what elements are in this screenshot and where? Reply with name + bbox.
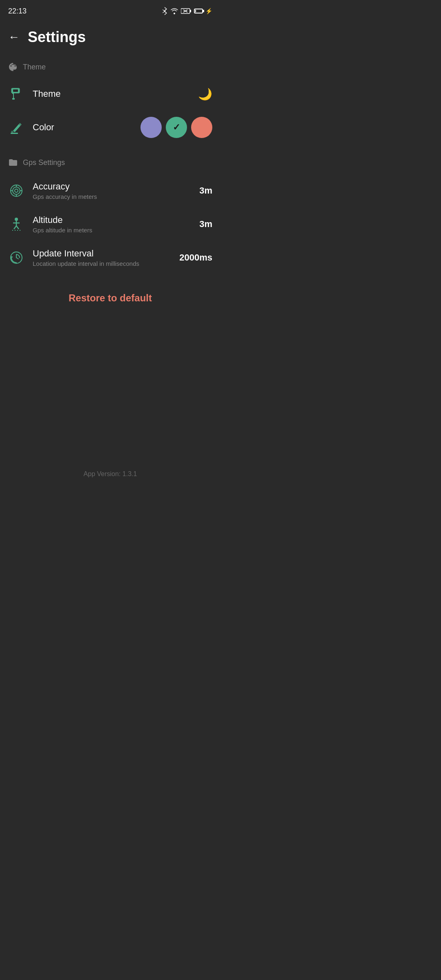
theme-item-title: Theme [33, 89, 190, 99]
accuracy-setting-item[interactable]: Accuracy Gps accuracy in meters 3m [0, 174, 220, 207]
back-button[interactable]: ← [8, 31, 20, 44]
svg-line-32 [16, 258, 18, 259]
color-item-icon [8, 119, 24, 136]
section-divider [0, 145, 220, 154]
theme-setting-item[interactable]: Theme 🌙 [0, 78, 220, 109]
dark-mode-icon: 🌙 [198, 87, 212, 101]
status-icons: ⚡ [161, 7, 212, 15]
svg-rect-1 [190, 10, 191, 12]
color-setting-item[interactable]: Color ✓ [0, 109, 220, 145]
svg-point-21 [15, 218, 18, 221]
color-item-text: Color [33, 122, 132, 133]
theme-section-header: Theme [0, 58, 220, 78]
altitude-item-icon [8, 216, 24, 232]
accuracy-item-text: Accuracy Gps accuracy in meters [33, 181, 191, 200]
altitude-item-text: Altitude Gps altitude in meters [33, 215, 191, 234]
svg-rect-13 [11, 133, 18, 134]
color-circle-purple[interactable] [140, 117, 162, 138]
folder-icon [8, 158, 18, 167]
checkmark-icon: ✓ [173, 122, 180, 133]
update-interval-item-title: Update Interval [33, 248, 171, 259]
svg-rect-8 [13, 94, 14, 98]
battery-x-icon [181, 8, 192, 14]
update-interval-item-text: Update Interval Location update interval… [33, 248, 171, 267]
color-circles[interactable]: ✓ [140, 117, 212, 138]
gps-section-label: Gps Settings [23, 158, 65, 167]
svg-rect-9 [12, 98, 15, 100]
accuracy-item-title: Accuracy [33, 181, 191, 192]
svg-point-15 [13, 187, 20, 194]
color-item-title: Color [33, 122, 132, 133]
wifi-icon [170, 8, 178, 14]
bottom-divider [0, 274, 220, 283]
svg-point-16 [15, 189, 18, 192]
svg-line-25 [16, 226, 19, 229]
svg-marker-10 [13, 124, 20, 132]
palette-icon [8, 62, 18, 72]
status-time: 22:13 [8, 7, 27, 16]
theme-section-label: Theme [23, 63, 46, 71]
theme-item-text: Theme [33, 89, 190, 99]
svg-rect-6 [13, 89, 18, 92]
update-interval-item-subtitle: Location update interval in milliseconds [33, 260, 171, 267]
accuracy-item-icon [8, 183, 24, 199]
restore-default-button[interactable]: Restore to default [0, 283, 220, 314]
svg-rect-7 [12, 93, 14, 94]
status-bar: 22:13 ⚡ [0, 0, 220, 20]
update-interval-setting-item[interactable]: Update Interval Location update interval… [0, 241, 220, 274]
altitude-setting-item[interactable]: Altitude Gps altitude in meters 3m [0, 207, 220, 241]
app-version: App Version: 1.3.1 [0, 470, 220, 478]
altitude-item-subtitle: Gps altitude in meters [33, 227, 191, 234]
bluetooth-icon [161, 7, 168, 15]
color-circle-coral[interactable] [191, 117, 212, 138]
charging-icon: ⚡ [205, 8, 212, 14]
accuracy-value: 3m [199, 185, 212, 196]
battery-indicator [194, 9, 203, 13]
settings-header: ← Settings [0, 20, 220, 58]
altitude-item-title: Altitude [33, 215, 191, 225]
color-circle-green[interactable]: ✓ [166, 117, 187, 138]
gps-section-header: Gps Settings [0, 154, 220, 174]
svg-line-24 [14, 226, 16, 229]
theme-item-icon [8, 86, 24, 102]
accuracy-item-subtitle: Gps accuracy in meters [33, 193, 191, 200]
update-interval-item-icon [8, 249, 24, 266]
altitude-value: 3m [199, 219, 212, 229]
update-interval-value: 2000ms [179, 252, 212, 263]
page-title: Settings [28, 29, 86, 46]
